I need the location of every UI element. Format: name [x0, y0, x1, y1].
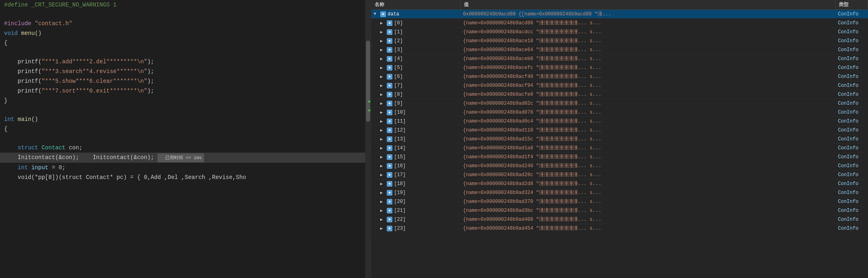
debug-root-row[interactable]: ▼ ◆ data 0x000000248b9acd80 {[name=0x000…: [371, 10, 868, 19]
item-expand-icon[interactable]: ▶: [380, 181, 385, 186]
item-var-icon: ◆: [387, 101, 392, 106]
debug-item-name[interactable]: ▶ ◆ [0]: [371, 19, 461, 27]
debug-header: 名称 值 类型: [371, 0, 868, 10]
item-expand-icon[interactable]: ▶: [380, 199, 385, 204]
debug-item-row[interactable]: ▶ ◆ [10] {name=0x000000248b9ad078 "涶涶涶涶涶…: [371, 108, 868, 117]
debug-item-name[interactable]: ▶ ◆ [17]: [371, 171, 461, 179]
debug-item-row[interactable]: ▶ ◆ [19] {name=0x000000248b9ad324 "涶涶涶涶涶…: [371, 188, 868, 197]
debug-item-value: {name=0x000000248b9ad408 "涶涶涶涶涶涶涶涶... s.…: [461, 215, 836, 224]
debug-rows[interactable]: ▶ ◆ [0] {name=0x000000248b9acd80 "涶涶涶涶涶涶…: [371, 19, 868, 278]
item-index-label: [23]: [394, 226, 406, 231]
debug-item-name[interactable]: ▶ ◆ [13]: [371, 136, 461, 143]
item-var-icon: ◆: [387, 83, 392, 88]
debug-item-name[interactable]: ▶ ◆ [21]: [371, 207, 461, 214]
debug-item-type: ConInfo: [836, 37, 868, 45]
debug-item-name[interactable]: ▶ ◆ [7]: [371, 82, 461, 89]
item-expand-icon[interactable]: ▶: [380, 39, 385, 43]
code-editor[interactable]: #define _CRT_SECURE_NO_WARNINGS 1#includ…: [0, 0, 365, 278]
item-expand-icon[interactable]: ▶: [380, 47, 385, 52]
item-var-icon: ◆: [387, 92, 392, 97]
debug-item-row[interactable]: ▶ ◆ [17] {name=0x000000248b9ad28c "涶涶涶涶涶…: [371, 170, 868, 179]
debug-item-row[interactable]: ▶ ◆ [2] {name=0x000000248b9ace18 "涶涶涶涶涶涶…: [371, 37, 868, 45]
debug-item-name[interactable]: ▶ ◆ [6]: [371, 73, 461, 80]
debug-item-name[interactable]: ▶ ◆ [5]: [371, 64, 461, 71]
debug-item-row[interactable]: ▶ ◆ [23] {name=0x000000248b9ad454 "涶涶涶涶涶…: [371, 224, 868, 233]
item-expand-icon[interactable]: ▶: [380, 128, 385, 133]
debug-item-row[interactable]: ▶ ◆ [9] {name=0x000000248b9ad02c "涶涶涶涶涶涶…: [371, 99, 868, 108]
item-expand-icon[interactable]: ▶: [380, 190, 385, 195]
debug-item-name[interactable]: ▶ ◆ [18]: [371, 180, 461, 187]
debug-item-row[interactable]: ▶ ◆ [13] {name=0x000000248b9ad15c "涶涶涶涶涶…: [371, 135, 868, 144]
item-expand-icon[interactable]: ▶: [380, 92, 385, 97]
debug-item-name[interactable]: ▶ ◆ [12]: [371, 127, 461, 134]
item-var-icon: ◆: [387, 74, 392, 80]
debug-item-row[interactable]: ▶ ◆ [20] {name=0x000000248b9ad370 "涶涶涶涶涶…: [371, 197, 868, 206]
col-type: 类型: [836, 0, 868, 9]
debug-item-value: {name=0x000000248b9ad240 "涶涶涶涶涶涶涶涶... s.…: [461, 162, 836, 170]
debug-item-row[interactable]: ▶ ◆ [5] {name=0x000000248b9acefc "涶涶涶涶涶涶…: [371, 63, 868, 72]
item-expand-icon[interactable]: ▶: [380, 155, 385, 159]
debug-item-value: {name=0x000000248b9acd80 "涶涶涶涶涶涶涶涶... s.…: [461, 19, 836, 27]
debug-item-name[interactable]: ▶ ◆ [8]: [371, 91, 461, 98]
item-expand-icon[interactable]: ▶: [380, 137, 385, 142]
item-expand-icon[interactable]: ▶: [380, 226, 385, 231]
debug-item-row[interactable]: ▶ ◆ [4] {name=0x000000248b9aceb0 "涶涶涶涶涶涶…: [371, 54, 868, 63]
debug-item-name[interactable]: ▶ ◆ [15]: [371, 153, 461, 161]
debug-item-name[interactable]: ▶ ◆ [3]: [371, 46, 461, 54]
debug-item-name[interactable]: ▶ ◆ [22]: [371, 216, 461, 223]
debug-item-row[interactable]: ▶ ◆ [16] {name=0x000000248b9ad240 "涶涶涶涶涶…: [371, 162, 868, 170]
item-expand-icon[interactable]: ▶: [380, 83, 385, 88]
debug-item-row[interactable]: ▶ ◆ [15] {name=0x000000248b9ad1f4 "涶涶涶涶涶…: [371, 153, 868, 162]
debug-item-name[interactable]: ▶ ◆ [9]: [371, 100, 461, 107]
scrollbar[interactable]: [365, 0, 371, 278]
debug-item-name[interactable]: ▶ ◆ [1]: [371, 28, 461, 36]
debug-item-row[interactable]: ▶ ◆ [14] {name=0x000000248b9ad1a8 "涶涶涶涶涶…: [371, 144, 868, 153]
item-expand-icon[interactable]: ▶: [380, 74, 385, 79]
debug-item-row[interactable]: ▶ ◆ [1] {name=0x000000248b9acdcc "涶涶涶涶涶涶…: [371, 28, 868, 37]
item-expand-icon[interactable]: ▶: [380, 172, 385, 177]
debug-root-name[interactable]: ▼ ◆ data: [371, 11, 461, 18]
item-expand-icon[interactable]: ▶: [380, 110, 385, 115]
debug-item-row[interactable]: ▶ ◆ [3] {name=0x000000248b9ace64 "涶涶涶涶涶涶…: [371, 45, 868, 54]
debug-item-type: ConInfo: [836, 46, 868, 54]
debug-item-name[interactable]: ▶ ◆ [23]: [371, 225, 461, 232]
debug-item-row[interactable]: ▶ ◆ [12] {name=0x000000248b9ad110 "涶涶涶涶涶…: [371, 126, 868, 135]
debug-item-row[interactable]: ▶ ◆ [21] {name=0x000000248b9ad3bc "涶涶涶涶涶…: [371, 206, 868, 215]
debug-item-value: {name=0x000000248b9acf94 "涶涶涶涶涶涶涶涶... s.…: [461, 81, 836, 90]
item-expand-icon[interactable]: ▶: [380, 21, 385, 26]
debug-item-row[interactable]: ▶ ◆ [7] {name=0x000000248b9acf94 "涶涶涶涶涶涶…: [371, 81, 868, 90]
debug-item-name[interactable]: ▶ ◆ [20]: [371, 198, 461, 205]
item-expand-icon[interactable]: ▶: [380, 119, 385, 124]
debug-item-name[interactable]: ▶ ◆ [16]: [371, 162, 461, 170]
item-var-icon: ◆: [387, 217, 392, 222]
item-var-icon: ◆: [387, 56, 392, 62]
debug-item-name[interactable]: ▶ ◆ [4]: [371, 55, 461, 62]
debug-item-row[interactable]: ▶ ◆ [11] {name=0x000000248b9ad0c4 "涶涶涶涶涶…: [371, 117, 868, 126]
debug-item-row[interactable]: ▶ ◆ [6] {name=0x000000248b9acf48 "涶涶涶涶涶涶…: [371, 72, 868, 81]
debug-item-name[interactable]: ▶ ◆ [14]: [371, 144, 461, 152]
expand-icon[interactable]: ▼: [374, 12, 379, 17]
code-line-15: [0, 134, 365, 143]
debug-item-row[interactable]: ▶ ◆ [22] {name=0x000000248b9ad408 "涶涶涶涶涶…: [371, 215, 868, 224]
item-expand-icon[interactable]: ▶: [380, 208, 385, 213]
debug-item-row[interactable]: ▶ ◆ [18] {name=0x000000248b9ad2d8 "涶涶涶涶涶…: [371, 179, 868, 188]
debug-item-value: {name=0x000000248b9ad078 "涶涶涶涶涶涶涶涶... s.…: [461, 108, 836, 116]
item-expand-icon[interactable]: ▶: [380, 65, 385, 70]
item-expand-icon[interactable]: ▶: [380, 164, 385, 168]
debug-item-type: ConInfo: [836, 225, 868, 232]
debug-item-row[interactable]: ▶ ◆ [0] {name=0x000000248b9acd80 "涶涶涶涶涶涶…: [371, 19, 868, 28]
debug-item-name[interactable]: ▶ ◆ [11]: [371, 118, 461, 125]
debug-item-type: ConInfo: [836, 28, 868, 36]
item-expand-icon[interactable]: ▶: [380, 30, 385, 34]
code-line-13: int main(): [0, 114, 365, 124]
item-expand-icon[interactable]: ▶: [380, 56, 385, 61]
debug-item-name[interactable]: ▶ ◆ [10]: [371, 109, 461, 116]
debug-item-row[interactable]: ▶ ◆ [8] {name=0x000000248b9acfe0 "涶涶涶涶涶涶…: [371, 90, 868, 99]
debug-item-name[interactable]: ▶ ◆ [2]: [371, 37, 461, 45]
item-expand-icon[interactable]: ▶: [380, 217, 385, 222]
item-expand-icon[interactable]: ▶: [380, 101, 385, 106]
code-line-19: void(*pp[8])(struct Contact* pc) = { 0,A…: [0, 172, 365, 182]
debug-panel: 名称 值 类型 ▼ ◆ data 0x000000248b9acd80 {[na…: [371, 0, 868, 278]
item-expand-icon[interactable]: ▶: [380, 146, 385, 151]
debug-item-name[interactable]: ▶ ◆ [19]: [371, 189, 461, 196]
